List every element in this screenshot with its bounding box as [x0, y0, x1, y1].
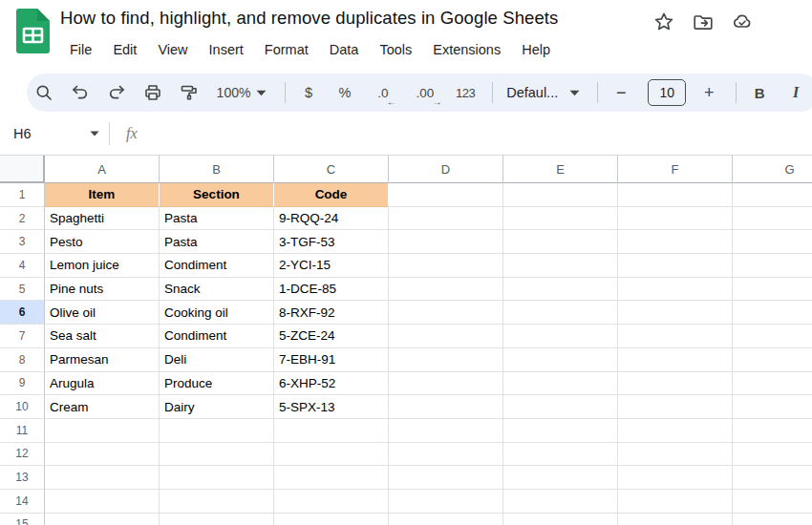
cell-F2[interactable] — [618, 207, 733, 231]
cell-E6[interactable] — [503, 301, 618, 325]
cell-A2[interactable]: Spaghetti — [45, 207, 160, 231]
cell-C4[interactable]: 2-YCI-15 — [274, 254, 389, 278]
name-box[interactable]: H6 — [0, 126, 99, 141]
undo-icon[interactable] — [71, 79, 90, 106]
cell-F8[interactable] — [618, 348, 733, 372]
cell-D13[interactable] — [389, 466, 503, 490]
row-header-12[interactable]: 12 — [0, 443, 45, 467]
cell-E4[interactable] — [503, 254, 618, 278]
row-header-8[interactable]: 8 — [0, 348, 45, 372]
cell-C1[interactable]: Code — [274, 183, 389, 207]
cell-D15[interactable] — [389, 514, 503, 525]
cell-C12[interactable] — [274, 443, 389, 467]
cell-B7[interactable]: Condiment — [160, 325, 274, 348]
column-header-F[interactable]: F — [618, 156, 733, 183]
cell-G9[interactable] — [733, 372, 812, 396]
cell-C8[interactable]: 7-EBH-91 — [274, 348, 389, 372]
zoom-selector[interactable]: 100% — [216, 79, 267, 106]
select-all-corner[interactable] — [0, 156, 45, 183]
star-icon[interactable] — [653, 11, 674, 32]
document-title[interactable]: How to find, highlight, and remove dupli… — [60, 8, 558, 32]
google-sheets-logo-icon[interactable] — [16, 9, 50, 53]
menu-item-view[interactable]: View — [147, 37, 198, 62]
cell-G13[interactable] — [733, 466, 812, 490]
cell-B4[interactable]: Condiment — [160, 254, 274, 278]
cell-A6[interactable]: Olive oil — [45, 301, 160, 325]
cell-G6[interactable] — [733, 301, 812, 325]
cell-D5[interactable] — [389, 278, 503, 302]
cell-B10[interactable]: Dairy — [160, 395, 274, 419]
cell-F13[interactable] — [618, 466, 733, 490]
cell-G8[interactable] — [733, 348, 812, 372]
menu-item-format[interactable]: Format — [254, 37, 319, 62]
cell-D4[interactable] — [389, 254, 503, 278]
cell-F6[interactable] — [618, 301, 733, 325]
cell-E3[interactable] — [503, 230, 618, 254]
column-header-B[interactable]: B — [160, 156, 274, 183]
cell-B6[interactable]: Cooking oil — [160, 301, 274, 325]
cell-G15[interactable] — [733, 514, 812, 525]
cell-F10[interactable] — [618, 395, 733, 419]
font-selector[interactable]: Defaul... — [506, 79, 580, 106]
row-header-6[interactable]: 6 — [0, 301, 45, 325]
cell-F3[interactable] — [618, 230, 733, 254]
increase-font-size-button[interactable]: + — [699, 79, 718, 106]
column-header-G[interactable]: G — [733, 156, 812, 183]
cell-E5[interactable] — [503, 278, 618, 302]
increase-decimal-button[interactable]: .00→ — [412, 79, 438, 106]
row-header-2[interactable]: 2 — [0, 207, 45, 231]
cell-C6[interactable]: 8-RXF-92 — [274, 301, 389, 325]
cell-G12[interactable] — [733, 443, 812, 467]
cell-B14[interactable] — [160, 490, 274, 514]
cell-B8[interactable]: Deli — [160, 348, 274, 372]
row-header-4[interactable]: 4 — [0, 254, 45, 278]
row-header-1[interactable]: 1 — [0, 183, 45, 207]
cell-C14[interactable] — [274, 490, 389, 514]
search-icon[interactable] — [34, 79, 53, 106]
cell-B11[interactable] — [160, 419, 274, 443]
cell-G5[interactable] — [733, 278, 812, 302]
cell-D9[interactable] — [389, 372, 503, 396]
cell-F4[interactable] — [618, 254, 733, 278]
cell-G14[interactable] — [733, 490, 812, 514]
menu-item-data[interactable]: Data — [319, 37, 370, 62]
row-header-9[interactable]: 9 — [0, 372, 45, 396]
cell-F1[interactable] — [618, 183, 733, 207]
cell-G4[interactable] — [733, 254, 812, 278]
cell-A5[interactable]: Pine nuts — [45, 278, 160, 302]
cell-D6[interactable] — [389, 301, 503, 325]
cell-G10[interactable] — [733, 395, 812, 419]
cell-A12[interactable] — [45, 443, 160, 467]
cell-B15[interactable] — [160, 514, 274, 525]
row-header-11[interactable]: 11 — [0, 419, 45, 443]
column-header-E[interactable]: E — [503, 156, 618, 183]
menu-item-insert[interactable]: Insert — [199, 37, 254, 62]
cell-D11[interactable] — [389, 419, 503, 443]
column-header-C[interactable]: C — [274, 156, 389, 183]
menu-item-tools[interactable]: Tools — [369, 37, 422, 62]
cell-B13[interactable] — [160, 466, 274, 490]
cell-A11[interactable] — [45, 419, 160, 443]
cell-C13[interactable] — [274, 466, 389, 490]
cell-C7[interactable]: 5-ZCE-24 — [274, 325, 389, 348]
cell-C15[interactable] — [274, 514, 389, 525]
cloud-saved-icon[interactable] — [732, 11, 753, 32]
cell-E14[interactable] — [503, 490, 618, 514]
format-percent-button[interactable]: % — [335, 79, 354, 106]
cell-D12[interactable] — [389, 443, 503, 467]
row-header-5[interactable]: 5 — [0, 278, 45, 302]
format-currency-button[interactable]: $ — [299, 79, 318, 106]
cell-B9[interactable]: Produce — [160, 372, 274, 396]
cell-G1[interactable] — [733, 183, 812, 207]
cell-A4[interactable]: Lemon juice — [45, 254, 160, 278]
cell-E9[interactable] — [503, 372, 618, 396]
cell-F5[interactable] — [618, 278, 733, 302]
row-header-14[interactable]: 14 — [0, 490, 45, 514]
column-header-A[interactable]: A — [45, 156, 160, 183]
row-header-7[interactable]: 7 — [0, 325, 45, 348]
column-header-D[interactable]: D — [389, 156, 503, 183]
cell-B3[interactable]: Pasta — [160, 230, 274, 254]
cell-E13[interactable] — [503, 466, 618, 490]
paint-format-icon[interactable] — [180, 79, 199, 106]
row-header-13[interactable]: 13 — [0, 466, 45, 490]
